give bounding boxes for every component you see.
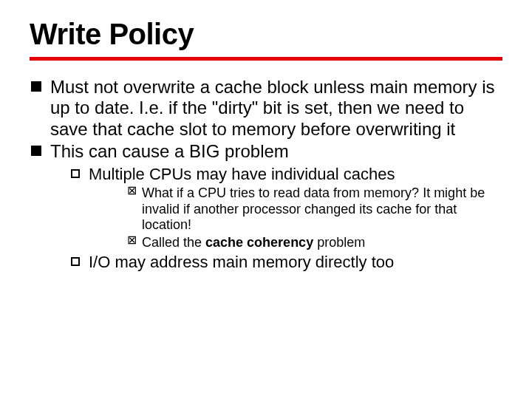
bullet-level2: Multiple CPUs may have individual caches… (50, 165, 502, 250)
bullet-level1: Must not overwrite a cache block unless … (30, 77, 502, 140)
bullet-level3: What if a CPU tries to read data from me… (89, 185, 502, 233)
bold-term: cache coherency (205, 235, 313, 250)
bullet-level3: Called the cache coherency problem (89, 235, 502, 251)
slide-title: Write Policy (30, 18, 502, 51)
bullet-level2: I/O may address main memory directly too (50, 253, 502, 272)
bullet-text: I/O may address main memory directly too (89, 253, 394, 271)
slide-body: Must not overwrite a cache block unless … (30, 77, 502, 272)
slide: Write Policy Must not overwrite a cache … (0, 0, 532, 399)
bullet-text: problem (313, 235, 365, 250)
bullet-text: Called the (142, 235, 205, 250)
bullet-text: Multiple CPUs may have individual caches (89, 165, 395, 183)
title-underline (30, 57, 502, 61)
bullet-text: Must not overwrite a cache block unless … (50, 77, 495, 139)
bullet-text: What if a CPU tries to read data from me… (142, 185, 485, 232)
bullet-level1: This can cause a BIG problem Multiple CP… (30, 141, 502, 272)
bullet-text: This can cause a BIG problem (50, 141, 289, 161)
